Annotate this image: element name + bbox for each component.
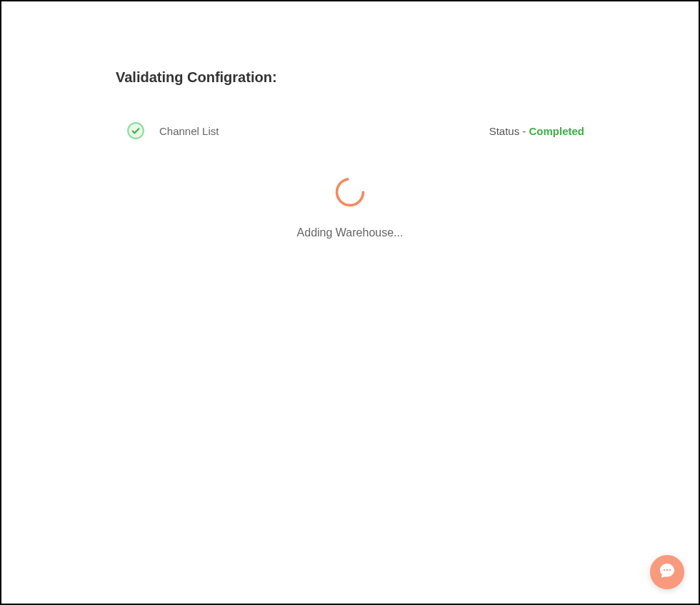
- chat-icon: [659, 562, 676, 582]
- validation-item-status: Status - Completed: [489, 125, 584, 137]
- validation-item-row: Channel List Status - Completed: [116, 121, 584, 140]
- svg-point-2: [664, 569, 666, 571]
- main-container: Validating Configration: Channel List St…: [1, 1, 699, 239]
- loading-text: Adding Warehouse...: [297, 226, 404, 239]
- spinner-icon: [334, 176, 366, 209]
- svg-point-0: [128, 123, 144, 139]
- status-value: Completed: [529, 125, 584, 137]
- page-title: Validating Configration:: [116, 69, 584, 86]
- svg-point-4: [669, 569, 671, 571]
- status-prefix: Status -: [489, 125, 529, 137]
- svg-point-3: [666, 569, 669, 571]
- loading-section: Adding Warehouse...: [116, 176, 584, 239]
- check-circle-icon: [126, 121, 145, 140]
- validation-item-left: Channel List: [126, 121, 219, 140]
- chat-button[interactable]: [650, 555, 684, 589]
- validation-item-label: Channel List: [159, 125, 219, 137]
- svg-point-1: [337, 179, 364, 206]
